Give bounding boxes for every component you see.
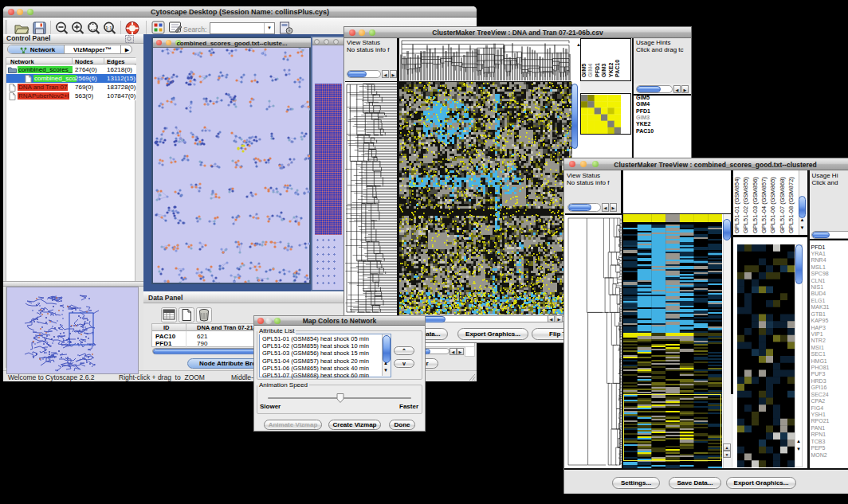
svg-text:1:1: 1:1: [105, 25, 112, 30]
